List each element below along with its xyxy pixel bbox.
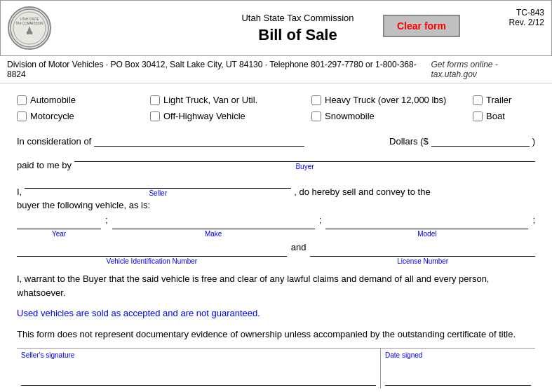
seller-sublabel: Seller (25, 189, 291, 197)
seller-signature-line (21, 372, 376, 386)
model-sublabel: Model (325, 230, 528, 238)
date-signed-label: Date signed (385, 351, 531, 359)
cb-item-automobile: Automobile (17, 95, 150, 105)
agency-name: Utah State Tax Commission (51, 13, 544, 23)
vin-line: Vehicle Identification Number and Licens… (17, 242, 535, 265)
automobile-label[interactable]: Automobile (30, 95, 76, 105)
motorcycle-checkbox[interactable] (17, 111, 27, 121)
boat-checkbox[interactable] (473, 111, 483, 121)
buyer-line-top: paid to me by Buyer (17, 149, 535, 170)
cb-item-snowmobile: Snowmobile (311, 111, 473, 121)
cb-item-boat: Boat (473, 111, 552, 121)
checkbox-row-1: Automobile Light Truck, Van or Util. Hea… (17, 95, 535, 105)
signature-section: Seller's signature Date signed (17, 348, 535, 388)
form-rev: Rev. 2/12 (509, 18, 544, 27)
lighttruck-label[interactable]: Light Truck, Van or Util. (163, 95, 257, 105)
i-label: I, (17, 187, 22, 197)
dollars-close: ) (532, 136, 535, 147)
cb-item-heavytruck: Heavy Truck (over 12,000 lbs) (311, 95, 473, 105)
vehicle-line: Year ; Make ; Model ; (17, 215, 535, 238)
buyer-field-group: Buyer (74, 149, 535, 170)
trailer-checkbox[interactable] (473, 95, 483, 105)
make-field-group: Make (112, 217, 315, 238)
main-form: Automobile Light Truck, Van or Util. Hea… (0, 83, 552, 392)
form-title: Bill of Sale (51, 26, 544, 44)
state-seal: UTAH STATE TAX COMMISSION 1896 (8, 6, 51, 50)
snowmobile-checkbox[interactable] (311, 111, 321, 121)
dollars-label: Dollars ($ (389, 136, 429, 147)
consideration-input[interactable] (94, 134, 304, 147)
lighttruck-checkbox[interactable] (150, 95, 160, 105)
semicolon-1: ; (105, 215, 108, 225)
seller-section: I, Seller , do hereby sell and convey to… (17, 176, 535, 210)
cb-item-motorcycle: Motorcycle (17, 111, 150, 121)
vin-field-group: Vehicle Identification Number (17, 244, 287, 265)
vin-sublabel: Vehicle Identification Number (17, 257, 287, 265)
buyer-input[interactable] (74, 149, 535, 162)
make-sublabel: Make (112, 230, 315, 238)
cb-item-offhighway: Off-Highway Vehicle (150, 111, 311, 121)
warranty-paragraph: I, warrant to the Buyer that the said ve… (17, 272, 535, 299)
do-hereby-label: , do hereby sell and convey to the (294, 187, 430, 197)
svg-text:TAX COMMISSION: TAX COMMISSION (15, 22, 43, 25)
paid-label: paid to me by (17, 160, 72, 170)
license-input[interactable] (310, 244, 535, 257)
subheader-bar: Division of Motor Vehicles · PO Box 3041… (0, 56, 552, 83)
page-header: UTAH STATE TAX COMMISSION 1896 Utah Stat… (0, 0, 552, 56)
and-label: and (291, 242, 307, 265)
date-signed-block: Date signed (381, 349, 535, 388)
svg-text:UTAH STATE: UTAH STATE (20, 18, 39, 21)
seller-signature-label: Seller's signature (21, 351, 376, 359)
dollars-right: Dollars ($ ) (389, 134, 535, 147)
seller-field-group: Seller (25, 176, 291, 197)
motorcycle-label[interactable]: Motorcycle (30, 111, 74, 121)
vin-input[interactable] (17, 244, 287, 257)
cb-item-lighttruck: Light Truck, Van or Util. (150, 95, 311, 105)
seller-signature-block: Seller's signature (17, 349, 381, 388)
get-forms-text: Get forms online - tax.utah.gov (431, 60, 545, 79)
date-signed-line (385, 372, 531, 386)
semicolon-2: ; (319, 215, 322, 225)
model-field-group: Model (325, 217, 528, 238)
snowmobile-label[interactable]: Snowmobile (325, 111, 375, 121)
year-input[interactable] (17, 217, 101, 229)
year-sublabel: Year (17, 230, 101, 238)
buyer-vehicle-label: buyer the following vehicle, as is: (17, 200, 535, 210)
semicolon-3: ; (532, 215, 535, 225)
make-input[interactable] (112, 217, 315, 229)
offhighway-label[interactable]: Off-Highway Vehicle (163, 111, 245, 121)
license-field-group: License Number (310, 244, 535, 265)
form-paragraph: This form does not represent documentary… (17, 327, 535, 342)
consideration-line: In consideration of Dollars ($ ) (17, 134, 535, 147)
trailer-label[interactable]: Trailer (486, 95, 511, 105)
heavytruck-checkbox[interactable] (311, 95, 321, 105)
boat-label[interactable]: Boat (486, 111, 505, 121)
year-field-group: Year (17, 217, 101, 238)
checkbox-row-2: Motorcycle Off-Highway Vehicle Snowmobil… (17, 111, 535, 121)
buyer-sublabel: Buyer (74, 163, 535, 170)
cb-item-trailer: Trailer (473, 95, 552, 105)
form-number-block: TC-843 Rev. 2/12 (509, 8, 544, 27)
header-center: Utah State Tax Commission Bill of Sale (51, 13, 544, 44)
clear-form-button[interactable]: Clear form (383, 15, 460, 37)
seller-input[interactable] (25, 176, 291, 189)
buyer-line: paid to me by Buyer (17, 149, 535, 170)
dmv-info-text: Division of Motor Vehicles · PO Box 3041… (7, 60, 431, 79)
heavytruck-label[interactable]: Heavy Truck (over 12,000 lbs) (325, 95, 446, 105)
svg-rect-6 (27, 32, 32, 34)
automobile-checkbox[interactable] (17, 95, 27, 105)
dollars-input[interactable] (431, 134, 530, 147)
form-number: TC-843 (509, 8, 544, 18)
offhighway-checkbox[interactable] (150, 111, 160, 121)
vehicle-type-grid: Automobile Light Truck, Van or Util. Hea… (17, 95, 535, 121)
license-sublabel: License Number (310, 257, 535, 265)
consideration-left: In consideration of (17, 134, 384, 147)
seller-line: I, Seller , do hereby sell and convey to… (17, 176, 535, 197)
consideration-label: In consideration of (17, 136, 91, 147)
used-vehicles-paragraph: Used vehicles are sold as accepted and a… (17, 306, 535, 320)
model-input[interactable] (325, 217, 528, 229)
